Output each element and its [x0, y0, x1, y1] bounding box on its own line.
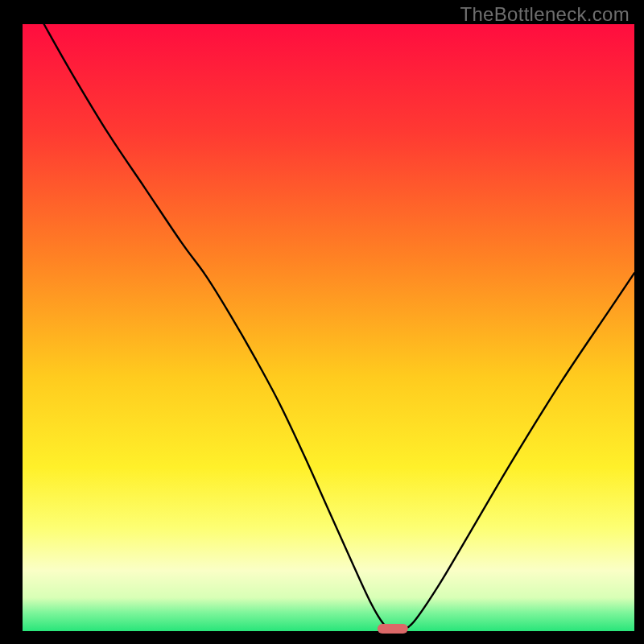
plot-background: [23, 24, 634, 631]
watermark-text: TheBottleneck.com: [460, 3, 630, 26]
chart-frame: TheBottleneck.com: [0, 0, 644, 644]
bottleneck-chart: [0, 0, 644, 644]
optimal-marker: [378, 624, 408, 634]
